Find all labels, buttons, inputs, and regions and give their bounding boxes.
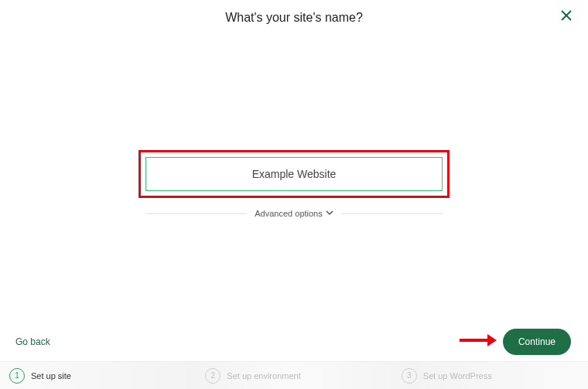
go-back-link[interactable]: Go back — [15, 336, 50, 347]
close-icon — [561, 10, 572, 24]
page-title: What's your site's name? — [0, 11, 588, 25]
site-name-input[interactable] — [145, 157, 443, 191]
step-label: Set up site — [31, 371, 71, 380]
advanced-options-toggle[interactable]: Advanced options — [255, 209, 333, 218]
continue-button[interactable]: Continue — [503, 329, 571, 355]
step-2: 2 Set up environment — [196, 368, 391, 384]
step-label: Set up environment — [227, 371, 300, 380]
input-highlight-annotation — [138, 150, 450, 198]
step-number-badge: 2 — [205, 368, 220, 384]
step-3: 3 Set up WordPress — [392, 368, 588, 384]
steps-progress-bar: 1 Set up site 2 Set up environment 3 Set… — [0, 361, 588, 389]
advanced-options-label: Advanced options — [255, 209, 322, 218]
step-1: 1 Set up site — [0, 368, 196, 384]
close-button[interactable] — [557, 8, 576, 26]
divider-right — [341, 213, 443, 214]
chevron-down-icon — [326, 209, 333, 218]
svg-marker-3 — [487, 334, 497, 346]
arrow-annotation-icon — [458, 332, 497, 352]
divider-left — [145, 213, 247, 214]
step-number-badge: 1 — [9, 368, 25, 384]
step-label: Set up WordPress — [423, 371, 492, 380]
step-number-badge: 3 — [402, 368, 417, 384]
